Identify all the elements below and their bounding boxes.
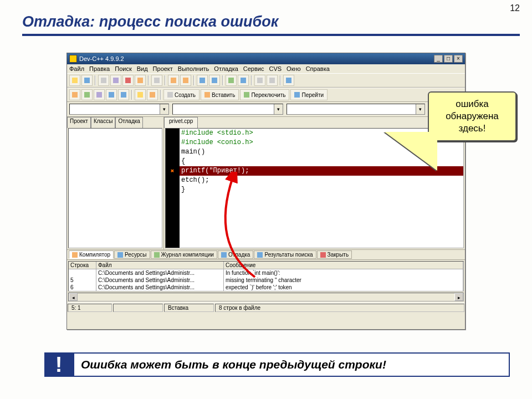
tb-close-icon[interactable] (122, 75, 134, 86)
tb-panel3-icon[interactable] (94, 89, 105, 100)
exclamation-icon: ! (44, 352, 73, 377)
btab-close[interactable]: Закрыть (317, 250, 352, 259)
tb-open-icon[interactable] (81, 75, 93, 86)
tb-undo-icon[interactable] (168, 75, 179, 86)
side-tabs: Проект Классы Отладка (67, 117, 163, 128)
chevron-down-icon: ▾ (160, 104, 168, 114)
btab-debug[interactable]: Отладка (218, 250, 254, 259)
title-rule (22, 34, 520, 36)
cell-file: C:\Documents and Settings\Administr... (96, 277, 224, 284)
separator (160, 90, 161, 100)
combo-row: ▾ ▾ ▾ (67, 102, 465, 117)
toolbar-row-1 (67, 73, 465, 88)
tab-file[interactable]: privet.cpp (164, 117, 198, 128)
tb-panel2-icon[interactable] (81, 89, 93, 100)
app-icon (69, 55, 77, 63)
minimize-button[interactable]: _ (434, 55, 443, 63)
menu-debug[interactable]: Отладка (214, 65, 238, 72)
menu-help[interactable]: Справка (306, 65, 330, 72)
tb-run-icon[interactable] (238, 75, 249, 86)
tb-closeall-icon[interactable] (135, 75, 146, 86)
titlebar: Dev-C++ 4.9.9.2 _ □ × (67, 53, 465, 64)
tb-check-icon[interactable] (118, 89, 129, 100)
menu-view[interactable]: Вид (137, 65, 148, 72)
error-table-header: Строка Файл Сообщение (69, 262, 463, 269)
menu-search[interactable]: Поиск (115, 65, 131, 72)
tb-print-icon[interactable] (151, 75, 162, 86)
tab-project[interactable]: Проект (67, 117, 91, 128)
tb-switch-button[interactable]: Переключить (240, 89, 289, 100)
tb-saveall-icon[interactable] (110, 75, 121, 86)
btab-resources[interactable]: Ресурсы (114, 250, 150, 259)
file-tabs: privet.cpp (164, 117, 465, 128)
btab-search[interactable]: Результаты поиска (254, 250, 316, 259)
callout-line: здесь! (432, 122, 512, 135)
tb-about-icon[interactable] (147, 89, 158, 100)
code-line: etch(); (180, 176, 463, 185)
hdr-msg[interactable]: Сообщение (224, 262, 463, 269)
tb-replace-icon[interactable] (209, 75, 220, 86)
hint-banner: ! Ошибка может быть в конце предыдущей с… (44, 352, 510, 377)
tb-help-icon[interactable] (135, 89, 146, 100)
menu-bar: Файл Правка Поиск Вид Проект Выполнить О… (67, 64, 465, 73)
toolbar-row-2: Создать Вставить Переключить Перейти (67, 88, 465, 102)
hint-text: Ошибка может быть в конце предыдущей стр… (73, 352, 510, 377)
tb-create-button[interactable]: Создать (163, 89, 200, 100)
tb-panel1-icon[interactable] (69, 89, 80, 100)
tb-redo-icon[interactable] (180, 75, 191, 86)
tab-classes[interactable]: Классы (91, 117, 115, 128)
separator (222, 75, 223, 85)
tb-find-icon[interactable] (197, 75, 208, 86)
status-mode: Вставка (164, 304, 214, 312)
table-row[interactable]: C:\Documents and Settings\Administr... I… (69, 269, 463, 277)
status-bar: 5: 1 Вставка 8 строк в файле (67, 303, 465, 313)
menu-run[interactable]: Выполнить (178, 65, 209, 72)
window-title: Dev-C++ 4.9.9.2 (79, 55, 124, 62)
menu-service[interactable]: Сервис (243, 65, 264, 72)
tb-options-icon[interactable] (283, 75, 294, 86)
tb-new-icon[interactable] (69, 75, 80, 86)
horizontal-scrollbar[interactable]: ◂ ▸ (68, 293, 464, 301)
combo-3[interactable]: ▾ (287, 104, 425, 115)
tb-panel4-icon[interactable] (106, 89, 117, 100)
tb-back-icon[interactable] (254, 75, 265, 86)
menu-cvs[interactable]: CVS (269, 65, 282, 72)
combo-1[interactable]: ▾ (69, 104, 169, 115)
tb-insert-button[interactable]: Вставить (201, 89, 239, 100)
menu-edit[interactable]: Правка (89, 65, 110, 72)
table-row[interactable]: 5 C:\Documents and Settings\Administr...… (69, 277, 463, 284)
chevron-down-icon: ▾ (274, 104, 283, 114)
table-row[interactable]: 6 C:\Documents and Settings\Administr...… (69, 284, 463, 291)
side-pane-body (68, 128, 162, 248)
tb-save-icon[interactable] (98, 75, 109, 86)
status-empty (113, 304, 163, 312)
btab-compiler[interactable]: Компилятор (69, 250, 114, 259)
menu-file[interactable]: Файл (69, 65, 84, 72)
hdr-file[interactable]: Файл (96, 262, 224, 269)
tb-compile-icon[interactable] (226, 75, 237, 86)
cell-line: 5 (69, 277, 96, 284)
scroll-right-icon[interactable]: ▸ (454, 293, 463, 301)
tab-debug[interactable]: Отладка (115, 117, 143, 128)
scroll-left-icon[interactable]: ◂ (69, 293, 78, 301)
menu-window[interactable]: Окно (287, 65, 301, 72)
close-button[interactable]: × (454, 55, 463, 63)
separator (148, 75, 149, 85)
cell-msg: expected `)' before ';' token (224, 284, 463, 291)
tb-fwd-icon[interactable] (267, 75, 278, 86)
callout-line: обнаружена (432, 110, 512, 122)
btab-log[interactable]: Журнал компиляции (151, 250, 217, 259)
combo-2[interactable]: ▾ (172, 104, 283, 115)
separator (280, 75, 281, 85)
status-position: 5: 1 (68, 304, 112, 312)
separator (95, 75, 96, 85)
separator (193, 75, 195, 85)
cell-msg: In function `int main()': (224, 269, 463, 277)
hdr-line[interactable]: Строка (69, 262, 96, 269)
maximize-button[interactable]: □ (444, 55, 453, 63)
bottom-tabs: Компилятор Ресурсы Журнал компиляции Отл… (67, 250, 465, 260)
menu-project[interactable]: Проект (153, 65, 173, 72)
separator (165, 75, 166, 85)
tb-goto-button[interactable]: Перейти (290, 89, 328, 100)
chevron-down-icon: ▾ (416, 104, 424, 114)
